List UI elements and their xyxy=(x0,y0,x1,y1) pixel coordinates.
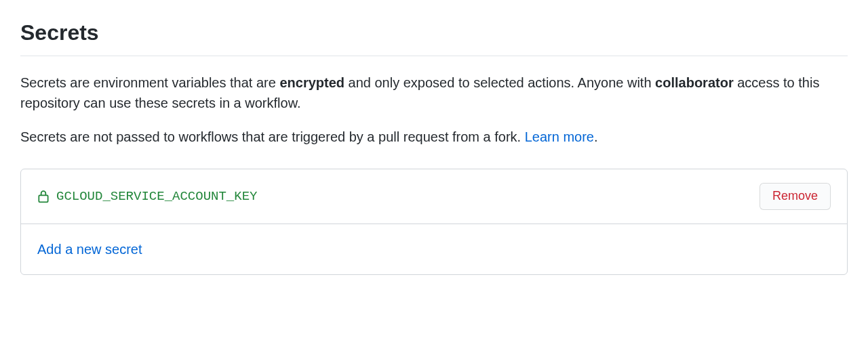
description-text: and only exposed to selected actions. An… xyxy=(344,75,655,90)
learn-more-link[interactable]: Learn more xyxy=(525,129,594,144)
secrets-description: Secrets are environment variables that a… xyxy=(20,72,848,113)
add-secret-row: Add a new secret xyxy=(21,224,847,274)
svg-rect-0 xyxy=(39,195,47,202)
secrets-list: GCLOUD_SERVICE_ACCOUNT_KEY Remove Add a … xyxy=(20,169,848,275)
lock-icon xyxy=(37,190,50,203)
description-bold-encrypted: encrypted xyxy=(279,75,344,90)
description-bold-collaborator: collaborator xyxy=(655,75,734,90)
secret-info: GCLOUD_SERVICE_ACCOUNT_KEY xyxy=(37,187,257,207)
secret-row: GCLOUD_SERVICE_ACCOUNT_KEY Remove xyxy=(21,169,847,224)
note-suffix: . xyxy=(594,129,598,144)
description-text: Secrets are environment variables that a… xyxy=(20,75,279,90)
remove-secret-button[interactable]: Remove xyxy=(760,183,831,210)
note-text: Secrets are not passed to workflows that… xyxy=(20,129,525,144)
add-secret-link[interactable]: Add a new secret xyxy=(37,242,142,257)
secret-name: GCLOUD_SERVICE_ACCOUNT_KEY xyxy=(56,187,257,207)
page-title: Secrets xyxy=(20,16,848,56)
secrets-note: Secrets are not passed to workflows that… xyxy=(20,127,848,147)
